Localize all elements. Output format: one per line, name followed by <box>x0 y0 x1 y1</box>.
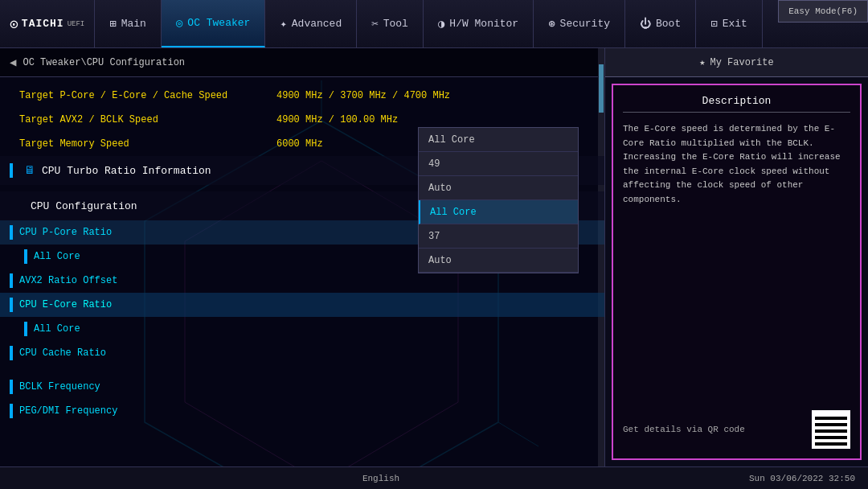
status-language: English <box>362 474 399 483</box>
hw-monitor-icon: ◑ <box>438 17 444 31</box>
status-bar: English Sun 03/06/2022 32:50 <box>0 466 868 489</box>
favorite-star-icon: ★ <box>699 56 705 68</box>
nav-oc-tweaker[interactable]: ◎ OC Tweaker <box>162 0 265 47</box>
cpu-cache-label: CPU Cache Ratio <box>19 347 276 359</box>
spacer-2 <box>0 365 604 375</box>
nav-boot-label: Boot <box>656 18 681 30</box>
dropdown-item-5-label: Auto <box>428 255 452 266</box>
nav-security-label: Security <box>560 18 610 30</box>
dropdown-item-0-label: All Core <box>428 134 475 146</box>
cpu-e-core-row[interactable]: CPU E-Core Ratio <box>0 293 604 317</box>
my-favorite-button[interactable]: ★ My Favorite <box>605 48 868 77</box>
main-nav: ⊞ Main ◎ OC Tweaker ✦ Advanced ✂ Tool ◑ … <box>94 0 868 47</box>
dropdown-item-1-label: 49 <box>428 158 440 170</box>
bclk-freq-row[interactable]: BCLK Frequency <box>0 375 604 399</box>
nav-hw-monitor-label: H/W Monitor <box>449 18 518 30</box>
oc-tweaker-icon: ◎ <box>176 16 182 30</box>
left-panel: ◀ OC Tweaker\CPU Configuration Target P-… <box>0 48 604 466</box>
target-avx2-label: Target AVX2 / BCLK Speed <box>19 114 276 125</box>
boot-icon: ⏻ <box>640 18 651 31</box>
row-indicator <box>10 137 13 151</box>
target-memory-label: Target Memory Speed <box>19 138 276 150</box>
header-indent <box>10 199 13 213</box>
logo-sub: UEFI <box>68 20 85 28</box>
dropdown-item-5[interactable]: Auto <box>419 249 578 273</box>
row-indicator <box>10 113 13 127</box>
cpu-turbo-label: CPU Turbo Ratio Information <box>42 165 211 177</box>
row-indicator <box>10 88 13 103</box>
nav-main-label: Main <box>121 18 146 30</box>
qr-code <box>812 410 850 449</box>
content-area: ◀ OC Tweaker\CPU Configuration Target P-… <box>0 48 868 466</box>
tool-icon: ✂ <box>371 17 378 31</box>
description-text: The E-Core speed is determined by the E-… <box>623 122 850 394</box>
qr-image <box>815 413 847 446</box>
row-indicator <box>10 225 13 240</box>
favorite-label: My Favorite <box>710 57 774 68</box>
nav-hw-monitor[interactable]: ◑ H/W Monitor <box>424 0 534 47</box>
row-indicator <box>10 298 13 312</box>
dropdown-item-4-label: 37 <box>428 231 440 242</box>
cpu-e-core-label: CPU E-Core Ratio <box>19 299 276 310</box>
logo: ⊙ TAICHI UEFI <box>0 15 94 33</box>
row-indicator <box>24 322 27 336</box>
qr-section: Get details via QR code <box>623 404 850 449</box>
target-p-core-row[interactable]: Target P-Core / E-Core / Cache Speed 490… <box>0 84 604 108</box>
exit-icon: ⊡ <box>710 17 717 31</box>
cpu-cache-row[interactable]: CPU Cache Ratio <box>0 341 604 365</box>
dropdown-menu: All Core 49 Auto All Core 37 Auto <box>418 127 579 273</box>
cpu-config-label: CPU Configuration <box>31 200 137 212</box>
dropdown-item-3[interactable]: All Core <box>419 200 578 224</box>
bclk-freq-label: BCLK Frequency <box>19 381 276 392</box>
row-indicator <box>10 346 13 360</box>
nav-main[interactable]: ⊞ Main <box>94 0 162 47</box>
section-indicator <box>10 163 13 178</box>
peg-dmi-row[interactable]: PEG/DMI Frequency <box>0 399 604 423</box>
qr-label: Get details via QR code <box>623 425 745 434</box>
description-title: Description <box>623 95 850 113</box>
logo-icon: ⊙ <box>10 15 18 33</box>
nav-advanced[interactable]: ✦ Advanced <box>265 0 357 47</box>
breadcrumb: ◀ OC Tweaker\CPU Configuration <box>0 48 604 77</box>
peg-dmi-label: PEG/DMI Frequency <box>19 405 276 417</box>
nav-oc-tweaker-label: OC Tweaker <box>187 17 250 29</box>
target-p-core-value: 4900 MHz / 3700 MHz / 4700 MHz <box>276 90 450 101</box>
target-memory-value: 6000 MHz <box>276 138 323 150</box>
back-arrow-icon[interactable]: ◀ <box>10 55 16 69</box>
nav-exit-label: Exit <box>723 18 747 30</box>
cpu-p-core-label: CPU P-Core Ratio <box>19 227 276 238</box>
target-avx2-value: 4900 MHz / 100.00 MHz <box>276 114 398 125</box>
row-indicator <box>10 273 13 288</box>
logo-text: TAICHI <box>22 18 64 30</box>
nav-security[interactable]: ⊛ Security <box>534 0 625 47</box>
description-panel: Description The E-Core speed is determin… <box>612 84 862 460</box>
target-p-core-label: Target P-Core / E-Core / Cache Speed <box>19 90 276 101</box>
top-bar: Easy Mode(F6) ⊙ TAICHI UEFI ⊞ Main ◎ OC … <box>0 0 868 48</box>
dropdown-item-0[interactable]: All Core <box>419 128 578 152</box>
cpu-icon: 🖥 <box>24 164 35 177</box>
dropdown-item-1[interactable]: 49 <box>419 152 578 176</box>
nav-exit[interactable]: ⊡ Exit <box>696 0 763 47</box>
row-indicator <box>10 380 13 394</box>
easy-mode-button[interactable]: Easy Mode(F6) <box>778 0 868 23</box>
nav-tool-label: Tool <box>383 18 408 30</box>
nav-boot[interactable]: ⏻ Boot <box>625 0 696 47</box>
nav-tool[interactable]: ✂ Tool <box>357 0 424 47</box>
row-indicator <box>10 404 13 418</box>
nav-advanced-label: Advanced <box>292 18 342 30</box>
dropdown-item-2-label: Auto <box>428 183 452 194</box>
dropdown-item-4[interactable]: 37 <box>419 224 578 249</box>
all-core-2-label: All Core <box>34 323 291 335</box>
right-panel: ★ My Favorite Description The E-Core spe… <box>604 48 868 466</box>
status-datetime: Sun 03/06/2022 32:50 <box>749 474 855 483</box>
dropdown-item-2[interactable]: Auto <box>419 176 578 200</box>
dropdown-item-3-label: All Core <box>430 207 477 218</box>
breadcrumb-path: OC Tweaker\CPU Configuration <box>23 57 185 68</box>
all-core-1-label: All Core <box>34 251 291 262</box>
advanced-icon: ✦ <box>280 17 286 31</box>
row-indicator <box>24 249 27 264</box>
all-core-row-2[interactable]: All Core <box>0 317 604 341</box>
avx2-ratio-label: AVX2 Ratio Offset <box>19 275 276 286</box>
security-icon: ⊛ <box>548 17 555 31</box>
main-nav-icon: ⊞ <box>109 17 116 31</box>
